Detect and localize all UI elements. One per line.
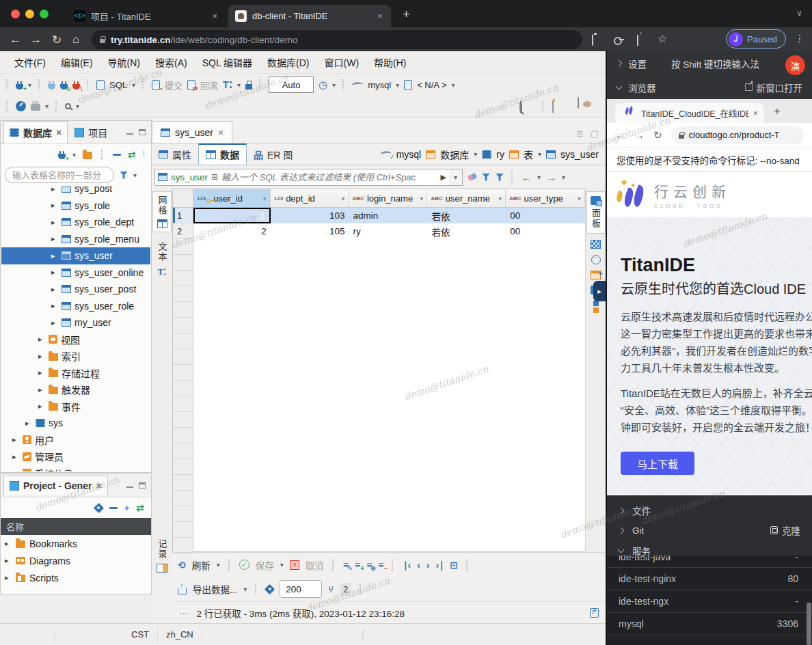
sql-editor-icon[interactable] (96, 80, 105, 90)
quick-search-icon[interactable] (519, 102, 522, 112)
cell-login_name[interactable]: admin (349, 208, 428, 223)
minimize-panel-icon[interactable] (126, 482, 133, 488)
cell-login_name[interactable]: ry (349, 223, 428, 239)
value-panel-toggle[interactable]: 面板 (586, 191, 606, 234)
reconnect-icon[interactable]: ↻ (60, 84, 68, 90)
sql-filter-input[interactable] (221, 172, 437, 182)
column-header-user_name[interactable]: ABCuser_name▾ (427, 189, 506, 207)
dropdown-icon[interactable]: ▾ (217, 561, 220, 568)
nav-forward-icon[interactable]: → (546, 171, 556, 183)
tree-item-sys_post[interactable]: ▸sys_post (1, 187, 150, 197)
transaction-mode-select[interactable]: Auto (269, 77, 314, 93)
cell-user_type[interactable]: 00 (506, 223, 585, 239)
close-icon[interactable]: × (56, 127, 62, 138)
expand-arrow-icon[interactable]: ▸ (51, 201, 58, 210)
menu-item[interactable]: 编辑(E) (53, 52, 100, 72)
expand-arrow-icon[interactable]: ▸ (51, 268, 58, 277)
breadcrumb-connection[interactable]: mysql (396, 149, 422, 160)
chevron-down-icon[interactable] (616, 83, 623, 90)
tab-project-navigator[interactable]: 项目 (69, 122, 113, 143)
column-header-login_name[interactable]: ABClogin_name▾ (349, 189, 428, 207)
maximize-panel-icon[interactable] (139, 129, 146, 135)
sort-dropdown-icon[interactable]: ▾ (342, 195, 345, 202)
expand-filter-icon[interactable]: ⊞ (211, 172, 218, 182)
expand-arrow-icon[interactable]: ▸ (25, 419, 32, 428)
git-clone-button[interactable]: 克隆 (770, 523, 800, 537)
profile-paused-pill[interactable]: J Paused (726, 29, 786, 49)
cell-user_name[interactable]: 若依 (427, 208, 506, 223)
back-icon[interactable]: ← (615, 129, 625, 141)
search-icon[interactable] (65, 103, 71, 109)
dropdown-icon[interactable]: ▾ (538, 150, 541, 158)
open-in-editor-icon[interactable] (590, 608, 599, 618)
expand-arrow-icon[interactable]: ▸ (5, 573, 12, 582)
lock-icon[interactable] (100, 39, 105, 43)
new-folder-icon[interactable] (83, 152, 92, 159)
menu-item[interactable]: 帮助(H) (366, 52, 414, 72)
chevron-right-icon[interactable] (618, 527, 625, 534)
row-number[interactable]: 2 (173, 223, 193, 239)
tree-item-存储过程[interactable]: ▸存储过程 (1, 365, 150, 382)
clipboard-icon[interactable] (592, 35, 593, 45)
dropdown-icon[interactable]: ▾ (474, 150, 477, 158)
tab-database-navigator[interactable]: 数据库 × (3, 121, 68, 143)
expand-arrow-icon[interactable]: ▸ (38, 352, 45, 361)
expand-arrow-icon[interactable]: ▸ (51, 218, 58, 227)
editor-tab-sys-user[interactable]: sys_user × (152, 121, 232, 143)
share-icon[interactable] (637, 35, 638, 45)
gear-icon[interactable] (95, 504, 103, 512)
new-tab-button[interactable]: + (403, 7, 410, 22)
menu-item[interactable]: 导航(N) (100, 52, 148, 72)
tree-item-系统信息[interactable]: ▸系统信息 (1, 465, 150, 472)
tree-item-触发器[interactable]: ▸触发器 (1, 381, 150, 398)
expand-arrow-icon[interactable]: ▸ (51, 301, 58, 310)
column-header-dept_id[interactable]: 123dept_id▾ (271, 189, 349, 207)
dropdown-icon[interactable]: ▾ (237, 81, 241, 89)
dropdown-icon[interactable]: ▾ (243, 586, 247, 593)
expand-arrow-icon[interactable]: ▸ (38, 368, 45, 377)
connect-icon[interactable] (48, 84, 55, 90)
dropdown-icon[interactable]: ▾ (537, 174, 541, 181)
expand-arrow-icon[interactable]: ▸ (12, 452, 19, 461)
demo-badge[interactable]: 演 (785, 55, 805, 75)
collapse-all-icon[interactable] (109, 507, 118, 509)
tree-item-sys_user[interactable]: ▸sys_user (1, 247, 150, 264)
restore-icon[interactable]: ▢ (591, 128, 599, 139)
sort-dropdown-icon[interactable]: ▾ (498, 195, 502, 202)
grid-row-2[interactable]: 22105ry若依00 (173, 223, 585, 239)
project-item-Scripts[interactable]: ▸Scripts (1, 569, 151, 586)
text-view-toggle[interactable]: 文本 T⁚ (156, 242, 169, 277)
overflow-dots-icon[interactable]: ⋯ (179, 607, 189, 618)
transaction-log-icon[interactable]: T⁚ (223, 79, 232, 90)
chevron-down-icon[interactable] (618, 547, 625, 553)
tab-er-diagram[interactable]: 品 ER 图 (247, 143, 299, 165)
close-icon[interactable]: × (218, 127, 224, 138)
expand-arrow-icon[interactable]: ▸ (38, 385, 45, 394)
git-section-row[interactable]: Git 克隆 (607, 520, 812, 540)
next-page-icon[interactable]: › (427, 560, 430, 571)
preview-tab[interactable]: TitanIDE_CloudIDE_在线IDE_ × (615, 103, 764, 123)
duplicate-row-icon[interactable]: ≡⊕ (366, 560, 372, 571)
new-connection-icon[interactable]: + (58, 154, 66, 159)
project-item-Diagrams[interactable]: ▸Diagrams (1, 552, 151, 569)
sort-dropdown-icon[interactable]: ▾ (578, 195, 581, 202)
column-header-user_type[interactable]: ABCuser_type▾ (506, 189, 585, 207)
chevron-right-icon[interactable] (618, 507, 625, 514)
value-viewer-icon[interactable] (591, 240, 601, 249)
grid-view-toggle[interactable]: 网格 (152, 191, 172, 232)
cancel-label[interactable]: 取消 (306, 558, 324, 572)
dropdown-icon[interactable]: ▾ (396, 81, 399, 89)
expand-arrow-icon[interactable]: ▸ (51, 234, 58, 243)
tab-list-icon[interactable]: ≣ (576, 128, 584, 139)
new-tab-button[interactable]: + (774, 105, 781, 118)
tree-item-管理员[interactable]: ▸管理员 (1, 448, 150, 465)
expand-arrow-icon[interactable]: ▸ (51, 318, 58, 327)
dropdown-icon[interactable]: ▾ (45, 102, 49, 110)
browser-tab-db-client[interactable]: db-client - TitanIDE × (228, 5, 391, 27)
record-mode-toggle[interactable]: 记录 (156, 539, 169, 573)
filter-history-dropdown[interactable]: ▾ (449, 169, 463, 186)
new-window-icon[interactable] (552, 102, 554, 112)
locale-indicator[interactable]: zh_CN (158, 628, 202, 642)
project-item-Bookmarks[interactable]: ▸Bookmarks (1, 535, 151, 552)
menu-item[interactable]: 文件(F) (7, 52, 53, 72)
